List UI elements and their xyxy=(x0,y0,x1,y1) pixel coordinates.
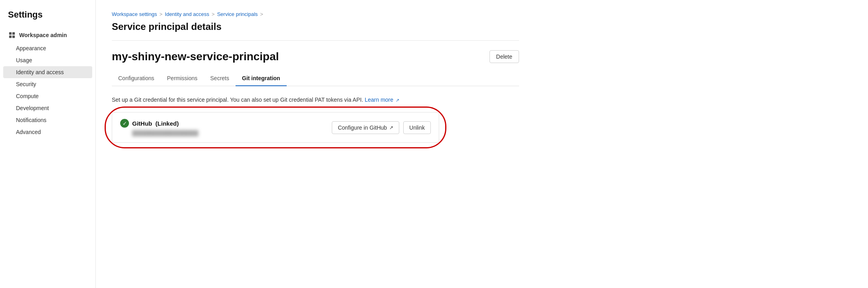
sidebar-workspace-admin[interactable]: Workspace admin xyxy=(0,28,95,42)
tab-secrets[interactable]: Secrets xyxy=(204,71,236,86)
breadcrumb-sep-1: > xyxy=(159,11,163,17)
breadcrumb-service-principals[interactable]: Service principals xyxy=(217,11,258,17)
sidebar-item-usage[interactable]: Usage xyxy=(3,54,92,66)
delete-button[interactable]: Delete xyxy=(489,50,519,63)
entity-name: my-shiny-new-service-principal xyxy=(112,50,279,63)
svg-rect-0 xyxy=(9,32,12,35)
svg-rect-2 xyxy=(9,36,12,38)
github-card-actions: Configure in GitHub ↗ Unlink xyxy=(332,121,431,134)
sidebar-item-development[interactable]: Development xyxy=(3,102,92,114)
github-card: ✓ GitHub (Linked) ██████████████████ Con… xyxy=(112,112,439,143)
entity-row: my-shiny-new-service-principal Delete xyxy=(112,50,519,63)
tab-git-integration[interactable]: Git integration xyxy=(236,71,287,86)
svg-rect-1 xyxy=(12,32,15,35)
sidebar: Settings Workspace admin Appearance Usag… xyxy=(0,0,96,288)
svg-rect-3 xyxy=(12,36,15,38)
github-label: GitHub (Linked) xyxy=(132,120,179,127)
tabs-container: Configurations Permissions Secrets Git i… xyxy=(112,71,519,86)
unlink-button[interactable]: Unlink xyxy=(403,121,431,134)
tab-configurations[interactable]: Configurations xyxy=(112,71,161,86)
configure-external-icon: ↗ xyxy=(389,125,393,130)
sidebar-title: Settings xyxy=(0,10,95,28)
tab-permissions[interactable]: Permissions xyxy=(161,71,204,86)
sidebar-item-appearance[interactable]: Appearance xyxy=(3,42,92,54)
linked-check-icon: ✓ xyxy=(120,119,129,128)
breadcrumb-sep-3: > xyxy=(260,11,264,17)
sidebar-item-security[interactable]: Security xyxy=(3,78,92,90)
git-integration-description: Set up a Git credential for this service… xyxy=(112,96,519,104)
workspace-admin-icon xyxy=(8,31,16,39)
sidebar-item-compute[interactable]: Compute xyxy=(3,90,92,102)
configure-in-github-button[interactable]: Configure in GitHub ↗ xyxy=(332,121,399,134)
workspace-admin-label: Workspace admin xyxy=(19,32,67,38)
sidebar-item-notifications[interactable]: Notifications xyxy=(3,114,92,126)
main-content: Workspace settings > Identity and access… xyxy=(96,0,868,288)
github-title-row: ✓ GitHub (Linked) xyxy=(120,119,198,128)
external-link-icon: ↗ xyxy=(396,97,399,104)
sidebar-item-identity-and-access[interactable]: Identity and access xyxy=(3,66,92,78)
breadcrumb-identity-and-access[interactable]: Identity and access xyxy=(165,11,209,17)
github-linked-account: ██████████████████ xyxy=(120,130,198,136)
learn-more-link[interactable]: Learn more ↗ xyxy=(365,97,399,103)
page-title: Service principal details xyxy=(112,21,519,41)
breadcrumb-sep-2: > xyxy=(212,11,215,17)
github-card-left: ✓ GitHub (Linked) ██████████████████ xyxy=(120,119,198,136)
sidebar-item-advanced[interactable]: Advanced xyxy=(3,126,92,138)
breadcrumb: Workspace settings > Identity and access… xyxy=(112,11,519,17)
breadcrumb-workspace-settings[interactable]: Workspace settings xyxy=(112,11,157,17)
github-card-wrapper: ✓ GitHub (Linked) ██████████████████ Con… xyxy=(112,112,439,143)
